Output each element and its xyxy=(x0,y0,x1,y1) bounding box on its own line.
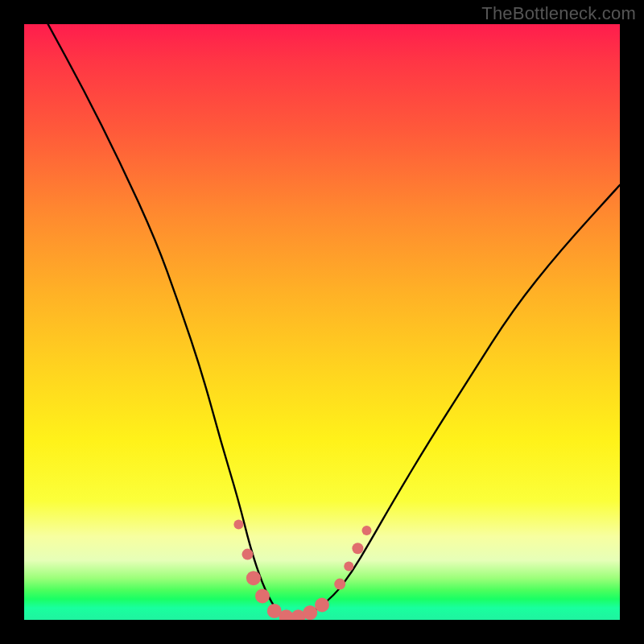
data-marker xyxy=(242,549,254,560)
data-marker xyxy=(303,605,317,620)
data-marker xyxy=(255,588,270,603)
data-marker xyxy=(334,579,345,590)
data-marker xyxy=(352,543,363,554)
chart-frame: TheBottleneck.com xyxy=(0,0,644,644)
bottleneck-curve xyxy=(48,24,620,620)
data-marker xyxy=(233,520,243,530)
data-marker xyxy=(362,526,372,535)
curve-layer xyxy=(24,24,620,620)
plot-area xyxy=(24,24,620,620)
watermark-text: TheBottleneck.com xyxy=(481,3,636,24)
data-marker xyxy=(344,561,353,571)
data-marker xyxy=(246,571,261,585)
data-marker xyxy=(315,598,329,613)
marker-layer xyxy=(233,520,371,620)
